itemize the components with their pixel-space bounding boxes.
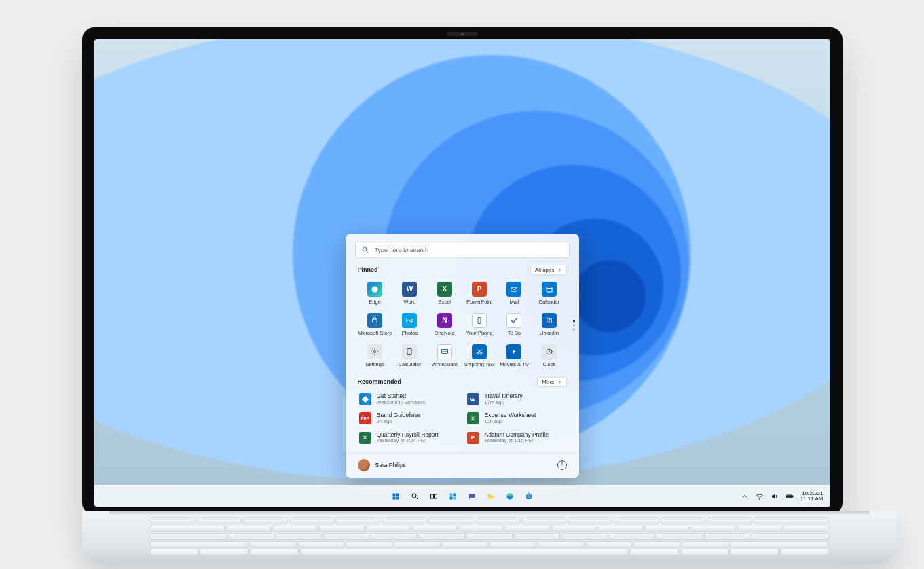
- tray-chevron-up-icon[interactable]: [741, 492, 749, 500]
- pinned-app-onenote[interactable]: NOneNote: [427, 310, 462, 340]
- pinned-app-photos[interactable]: Photos: [392, 310, 427, 340]
- user-account-button[interactable]: Sara Philips: [358, 459, 406, 471]
- battery-icon[interactable]: [786, 492, 794, 500]
- recommended-item-payroll-report[interactable]: X Quarterly Payroll ReportYesterday at 4…: [358, 430, 459, 446]
- pinned-app-calendar[interactable]: Calendar: [532, 279, 566, 309]
- pinned-app-snipping-tool[interactable]: Snipping Tool: [462, 342, 496, 371]
- pinned-app-your-phone[interactable]: Your Phone: [462, 310, 496, 340]
- start-search-box[interactable]: [355, 242, 570, 258]
- app-label: Clock: [542, 361, 555, 367]
- calendar-icon: [542, 282, 557, 297]
- laptop-hinge: [109, 511, 870, 515]
- pinned-app-word[interactable]: WWord: [392, 279, 427, 309]
- taskbar-edge-button[interactable]: [502, 489, 517, 504]
- app-label: OneNote: [435, 330, 455, 336]
- svg-rect-29: [449, 496, 452, 499]
- svg-point-8: [374, 350, 376, 352]
- store-icon: [525, 492, 533, 500]
- onenote-icon: N: [437, 313, 452, 328]
- rec-subtitle: Yesterday at 4:24 PM: [377, 438, 439, 444]
- pinned-app-mail[interactable]: Mail: [497, 279, 532, 309]
- pinned-grid: Edge WWord XExcel PPowerPoint Mail Calen…: [358, 279, 567, 371]
- start-search-input[interactable]: [373, 246, 563, 254]
- movies-tv-icon: [506, 344, 521, 359]
- taskbar-search-button[interactable]: [407, 489, 422, 504]
- volume-icon[interactable]: [771, 492, 779, 500]
- app-label: Excel: [439, 299, 451, 305]
- powerpoint-doc-icon: P: [467, 432, 479, 444]
- recommended-item-travel-itinerary[interactable]: W Travel Itinerary17m ago: [466, 391, 567, 407]
- taskbar-center: [388, 489, 536, 504]
- recommended-list: Get StartedWelcome to Windows W Travel I…: [358, 391, 567, 446]
- app-label: To Do: [508, 330, 521, 336]
- pinned-app-edge[interactable]: Edge: [358, 279, 392, 309]
- recommended-item-brand-guidelines[interactable]: PDF Brand Guidelines2h ago: [358, 410, 459, 426]
- recommended-item-adatum-profile[interactable]: P Adatum Company ProfileYesterday at 1:1…: [466, 430, 567, 446]
- webcam: [447, 32, 478, 36]
- store-icon: [367, 313, 382, 328]
- chevron-right-icon: [557, 380, 562, 384]
- chevron-right-icon: [557, 268, 562, 272]
- app-label: Mail: [510, 299, 519, 305]
- all-apps-button[interactable]: All apps: [530, 265, 566, 275]
- excel-doc-icon: X: [467, 412, 479, 424]
- recommended-item-get-started[interactable]: Get StartedWelcome to Windows: [358, 391, 459, 407]
- pinned-app-linkedin[interactable]: inLinkedIn: [532, 310, 566, 340]
- word-icon: W: [402, 282, 417, 297]
- taskbar-chat-button[interactable]: [464, 489, 479, 504]
- rec-subtitle: 17m ago: [485, 400, 523, 406]
- taskbar-store-button[interactable]: [521, 489, 536, 504]
- wifi-icon[interactable]: [756, 492, 764, 500]
- rec-subtitle: Yesterday at 1:15 PM: [485, 438, 549, 444]
- pinned-app-store[interactable]: Microsoft Store: [358, 310, 392, 340]
- excel-icon: X: [437, 282, 452, 297]
- desktop-wallpaper[interactable]: Pinned All apps Edge WWord XExcel PPower…: [94, 39, 830, 507]
- taskbar-clock[interactable]: 10/20/21 11:11 AM: [800, 491, 824, 502]
- settings-icon: [367, 344, 382, 359]
- app-label: Edge: [369, 299, 381, 305]
- pinned-app-movies-tv[interactable]: Movies & TV: [497, 342, 532, 371]
- svg-point-23: [412, 494, 416, 498]
- pinned-app-whiteboard[interactable]: Whiteboard: [427, 342, 462, 371]
- svg-rect-26: [434, 494, 437, 498]
- calculator-icon: [402, 344, 417, 359]
- system-tray: 10/20/21 11:11 AM: [741, 491, 824, 502]
- app-label: Calendar: [539, 299, 559, 305]
- pinned-app-excel[interactable]: XExcel: [427, 279, 462, 309]
- svg-rect-36: [787, 496, 791, 497]
- taskbar-widgets-button[interactable]: [445, 489, 460, 504]
- svg-rect-22: [396, 496, 399, 499]
- pinned-app-settings[interactable]: Settings: [358, 342, 392, 371]
- svg-rect-9: [407, 348, 411, 354]
- task-view-icon: [430, 492, 438, 500]
- pinned-heading: Pinned: [358, 266, 378, 273]
- get-started-icon: [359, 393, 371, 405]
- app-label: LinkedIn: [540, 330, 559, 336]
- edge-icon: [367, 282, 382, 297]
- recommended-item-expense-worksheet[interactable]: X Expense Worksheet12h ago: [466, 410, 567, 426]
- todo-icon: [506, 313, 521, 328]
- app-label: Photos: [402, 330, 418, 336]
- keyboard: [150, 517, 829, 555]
- svg-rect-7: [478, 317, 481, 323]
- more-label: More: [542, 379, 554, 385]
- all-apps-label: All apps: [535, 267, 554, 273]
- app-label: PowerPoint: [466, 299, 492, 305]
- app-label: Settings: [366, 361, 384, 367]
- snipping-tool-icon: [472, 344, 487, 359]
- photos-icon: [402, 313, 417, 328]
- power-button[interactable]: [557, 460, 567, 470]
- word-doc-icon: W: [467, 393, 479, 405]
- taskbar-file-explorer-button[interactable]: [483, 489, 498, 504]
- pinned-app-powerpoint[interactable]: PPowerPoint: [462, 279, 496, 309]
- pinned-app-clock[interactable]: Clock: [532, 342, 566, 371]
- svg-rect-28: [453, 493, 456, 496]
- taskbar-start-button[interactable]: [388, 489, 403, 504]
- taskbar-task-view-button[interactable]: [426, 489, 441, 504]
- pinned-app-calculator[interactable]: Calculator: [392, 342, 427, 371]
- more-button[interactable]: More: [537, 377, 566, 387]
- clock-icon: [542, 344, 557, 359]
- pinned-app-todo[interactable]: To Do: [497, 310, 532, 340]
- recommended-heading: Recommended: [358, 378, 402, 385]
- pinned-page-indicator[interactable]: [573, 320, 575, 330]
